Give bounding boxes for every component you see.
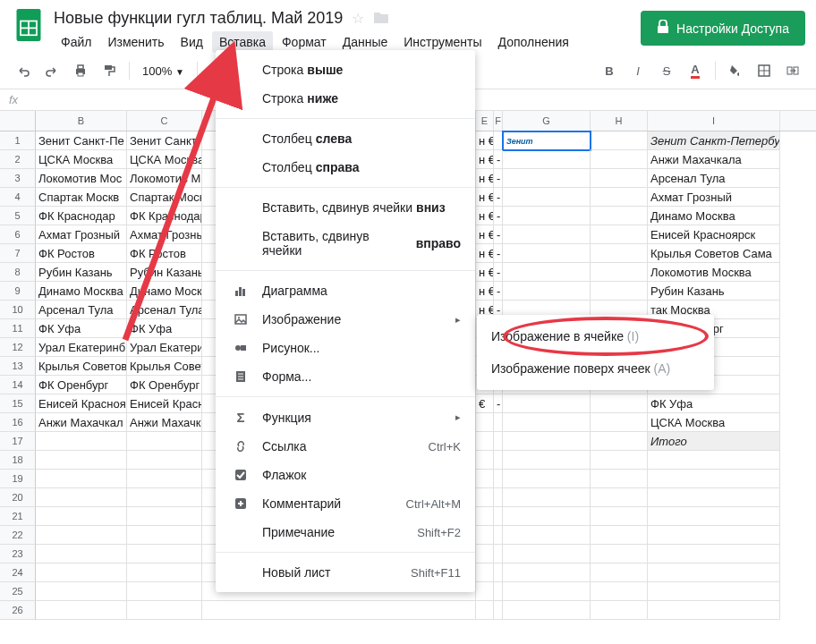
cell[interactable]: Ахмат Грозны	[127, 225, 202, 244]
cell[interactable]	[503, 394, 591, 413]
cell[interactable]: Енисей Красноя	[36, 394, 127, 413]
insert-comment[interactable]: КомментарийCtrl+Alt+M	[216, 489, 475, 518]
cell[interactable]: ФК Оренбург	[36, 376, 127, 394]
cell[interactable]	[591, 188, 648, 207]
row-header[interactable]: 15	[0, 394, 36, 413]
cell[interactable]	[503, 451, 591, 470]
row-header[interactable]: 1	[0, 131, 36, 150]
insert-shift-down[interactable]: Вставить, сдвинув ячейкивниз	[216, 193, 475, 222]
cell[interactable]: Локомотив Москва	[648, 263, 780, 282]
cell[interactable]	[648, 451, 780, 470]
insert-chart[interactable]: Диаграмма	[216, 276, 475, 305]
text-color-icon[interactable]: A	[683, 58, 708, 83]
cell[interactable]: Динамо Москва	[648, 207, 780, 225]
cell[interactable]	[494, 488, 503, 507]
cell[interactable]	[476, 507, 494, 526]
cell[interactable]: -	[494, 282, 503, 301]
row-header[interactable]: 12	[0, 338, 36, 357]
cell[interactable]	[591, 150, 648, 169]
row-header[interactable]: 13	[0, 357, 36, 376]
cell[interactable]: -	[494, 150, 503, 169]
cell[interactable]	[591, 244, 648, 263]
cell[interactable]	[127, 451, 202, 470]
image-over-cells[interactable]: Изображение поверх ячеек (A)	[477, 352, 714, 385]
cell[interactable]	[476, 488, 494, 507]
cell[interactable]: Рубин Казань	[36, 263, 127, 282]
cell[interactable]	[494, 413, 503, 432]
cell[interactable]	[127, 507, 202, 526]
cell[interactable]: Арсенал Тула	[127, 301, 202, 319]
cell[interactable]	[36, 601, 127, 620]
doc-title[interactable]: Новые функции гугл таблиц. Май 2019	[54, 9, 343, 28]
cell[interactable]: Крылья Советов Сама	[648, 244, 780, 263]
cell[interactable]	[476, 582, 494, 601]
cell[interactable]	[36, 545, 127, 564]
cell[interactable]	[503, 601, 591, 620]
cell[interactable]: Урал Екатери	[127, 338, 202, 357]
cell[interactable]	[494, 564, 503, 582]
col-header-h[interactable]: H	[591, 111, 648, 131]
row-header[interactable]: 23	[0, 545, 36, 564]
cell[interactable]	[648, 507, 780, 526]
undo-icon[interactable]	[11, 58, 36, 83]
cell[interactable]: ФК Оренбург	[127, 376, 202, 394]
cell[interactable]: -	[494, 225, 503, 244]
insert-col-right[interactable]: Столбецсправа	[216, 153, 475, 182]
cell[interactable]	[36, 432, 127, 451]
col-header-g[interactable]: G	[503, 111, 591, 131]
cell[interactable]	[503, 282, 591, 301]
cell[interactable]: Спартак Москв	[36, 188, 127, 207]
cell[interactable]: Зенит Санкт-П	[127, 131, 202, 150]
cell[interactable]	[648, 526, 780, 545]
cell[interactable]	[127, 526, 202, 545]
row-header[interactable]: 16	[0, 413, 36, 432]
row-header[interactable]: 5	[0, 207, 36, 225]
cell[interactable]: н €	[476, 244, 494, 263]
cell[interactable]: Спартак Моск	[127, 188, 202, 207]
merge-icon[interactable]	[780, 58, 805, 83]
cell[interactable]	[591, 207, 648, 225]
cell[interactable]: -	[494, 394, 503, 413]
cell[interactable]	[648, 470, 780, 488]
cell[interactable]: Анжи Махачк	[127, 413, 202, 432]
cell[interactable]: ФК Краснодар	[127, 207, 202, 225]
cell[interactable]	[494, 601, 503, 620]
cell[interactable]: Локомотив М	[127, 169, 202, 188]
cell[interactable]: ФК Ростов	[127, 244, 202, 263]
row-header[interactable]: 11	[0, 319, 36, 338]
insert-col-left[interactable]: Столбецслева	[216, 124, 475, 153]
insert-row-below[interactable]: Строканиже	[216, 84, 475, 113]
cell[interactable]: Зенит Санкт-Петербург	[648, 131, 780, 150]
cell[interactable]	[503, 413, 591, 432]
cell[interactable]	[127, 545, 202, 564]
col-header-i[interactable]: I	[648, 111, 780, 131]
col-header-c[interactable]: C	[127, 111, 202, 131]
cell[interactable]	[494, 526, 503, 545]
cell[interactable]	[591, 601, 648, 620]
cell[interactable]	[503, 582, 591, 601]
cell[interactable]: Динамо Моск	[127, 282, 202, 301]
insert-link[interactable]: СсылкаCtrl+K	[216, 432, 475, 461]
row-header[interactable]: 19	[0, 470, 36, 488]
cell[interactable]	[591, 394, 648, 413]
cell[interactable]	[591, 451, 648, 470]
cell[interactable]	[503, 150, 591, 169]
menu-addons[interactable]: Дополнения	[491, 31, 576, 53]
cell[interactable]: Енисей Красноярск	[648, 225, 780, 244]
row-header[interactable]: 17	[0, 432, 36, 451]
cell[interactable]	[503, 545, 591, 564]
cell[interactable]	[503, 244, 591, 263]
fill-color-icon[interactable]	[723, 58, 748, 83]
col-header-b[interactable]: B	[36, 111, 127, 131]
cell[interactable]	[503, 432, 591, 451]
cell[interactable]: ФК Уфа	[36, 319, 127, 338]
cell[interactable]	[36, 488, 127, 507]
cell[interactable]	[591, 470, 648, 488]
cell[interactable]	[36, 470, 127, 488]
menu-edit[interactable]: Изменить	[100, 31, 171, 53]
cell[interactable]	[476, 470, 494, 488]
cell[interactable]: Итого	[648, 432, 780, 451]
row-header[interactable]: 14	[0, 376, 36, 394]
cell[interactable]: Анжи Махачкал	[36, 413, 127, 432]
paint-format-icon[interactable]	[97, 58, 122, 83]
